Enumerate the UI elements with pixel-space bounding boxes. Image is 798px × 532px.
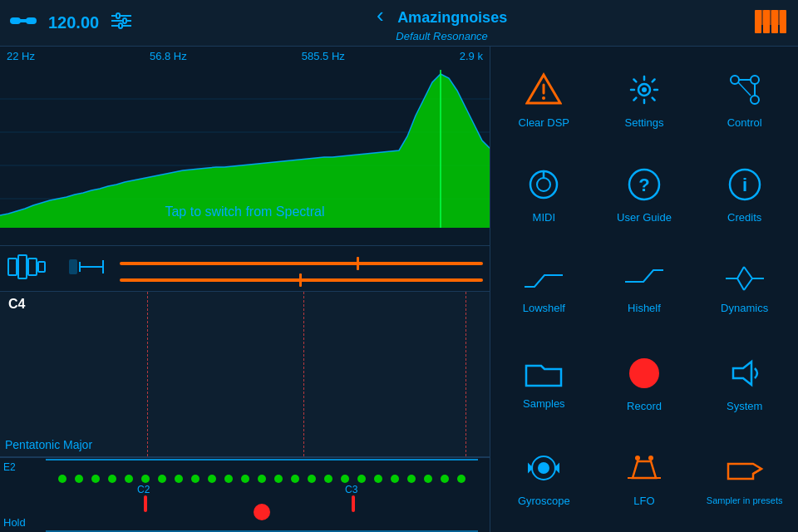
svg-rect-24 (18, 255, 27, 278)
svg-point-76 (537, 178, 550, 191)
question-icon: ? (626, 166, 663, 206)
waveform-svg (0, 66, 490, 228)
scale-label: Pentatonic Major (5, 438, 92, 451)
midi-label: MIDI (533, 211, 555, 224)
svg-point-36 (108, 475, 116, 483)
sliders-icon[interactable] (111, 12, 132, 33)
dynamics-label: Dynamics (721, 302, 768, 314)
control-button[interactable]: Control (694, 53, 795, 148)
clear-dsp-button[interactable]: Clear DSP (494, 53, 594, 148)
settings-label: Settings (625, 116, 664, 129)
lowshelf-icon (523, 264, 564, 297)
hishelf-label: Hishelf (628, 302, 661, 314)
app-title: Amazingnoises (397, 9, 507, 26)
svg-point-71 (751, 96, 759, 104)
svg-point-66 (542, 96, 545, 100)
svg-line-86 (737, 278, 744, 290)
svg-line-97 (753, 469, 761, 474)
sampler-in-presets-button[interactable]: Sampler in presets (694, 431, 795, 525)
svg-point-46 (274, 475, 283, 483)
info-icon: i (727, 166, 763, 206)
svg-point-50 (341, 475, 349, 483)
gyroscope-icon (525, 450, 562, 490)
svg-rect-2 (18, 19, 28, 22)
credits-button[interactable]: i Credits (694, 148, 795, 243)
slider-2[interactable] (120, 278, 483, 282)
keyboard-area[interactable]: E2 Hold (0, 457, 490, 532)
speaker-icon (727, 355, 763, 395)
svg-point-55 (424, 475, 432, 483)
header-right (751, 3, 788, 43)
waveform-icon-1[interactable] (7, 252, 47, 285)
svg-point-56 (441, 475, 449, 483)
svg-point-54 (407, 475, 416, 483)
svg-point-39 (158, 475, 166, 483)
svg-point-38 (141, 475, 150, 483)
piano-icon[interactable] (751, 3, 788, 43)
samples-button[interactable]: Samples (494, 337, 594, 431)
svg-point-95 (635, 456, 640, 461)
svg-rect-15 (776, 10, 781, 25)
knob-icon (525, 166, 562, 206)
record-icon (626, 355, 663, 395)
piano-roll-header: C4 (0, 292, 490, 317)
slider-1[interactable] (120, 262, 483, 265)
dynamics-button[interactable]: Dynamics (694, 242, 795, 337)
control-label: Control (727, 116, 762, 129)
lfo-label: LFO (633, 495, 654, 507)
settings-button[interactable]: Settings (594, 53, 695, 148)
svg-rect-26 (38, 262, 45, 272)
svg-point-51 (357, 475, 366, 483)
header-center: ‹ Amazingnoises Default Resonance (377, 2, 507, 43)
svg-point-47 (291, 475, 299, 483)
svg-point-68 (642, 87, 647, 92)
freq-label-4: 2.9 k (460, 50, 483, 62)
hishelf-button[interactable]: Hishelf (594, 242, 695, 337)
svg-point-43 (224, 475, 233, 483)
gyroscope-button[interactable]: Gyroscope (494, 431, 594, 525)
piano-roll[interactable]: C4 Pentatonic Major (0, 292, 490, 457)
svg-point-33 (58, 475, 66, 483)
header-left: 120.00 (10, 12, 132, 35)
waveform-icon-2[interactable] (66, 252, 106, 285)
warning-icon (525, 71, 562, 111)
dynamics-icon (724, 264, 766, 297)
hold-label: Hold (0, 516, 29, 529)
slider-group (120, 255, 483, 282)
svg-point-70 (751, 76, 759, 84)
svg-marker-93 (633, 461, 656, 478)
sampler-in-presets-label: Sampler in presets (707, 495, 783, 505)
spectrum-analyzer[interactable]: 22 Hz 56.8 Hz 585.5 Hz 2.9 k (0, 47, 490, 246)
svg-rect-12 (780, 10, 786, 33)
svg-point-35 (91, 475, 100, 483)
user-guide-label: User Guide (617, 211, 672, 224)
header: 120.00 ‹ Amazingnoises Default Resonance (0, 0, 798, 47)
record-button[interactable]: Record (594, 337, 695, 431)
svg-point-40 (175, 475, 183, 483)
system-button[interactable]: System (694, 337, 795, 431)
svg-rect-8 (119, 23, 122, 28)
svg-point-48 (308, 475, 316, 483)
back-arrow-icon[interactable]: ‹ (377, 2, 384, 27)
svg-rect-61 (352, 495, 355, 512)
svg-rect-58 (144, 495, 147, 512)
spectral-tap-text[interactable]: Tap to switch from Spectral (0, 204, 490, 219)
lowshelf-button[interactable]: Lowshelf (494, 242, 594, 337)
hishelf-icon (623, 264, 665, 297)
user-guide-button[interactable]: ? User Guide (594, 148, 695, 243)
key-e2-label: E2 (0, 461, 19, 473)
note-label: C4 (8, 297, 25, 312)
lfo-button[interactable]: LFO (594, 431, 695, 525)
link-icon[interactable] (10, 12, 37, 35)
controls-bar (0, 246, 490, 292)
svg-point-90 (539, 463, 549, 473)
svg-point-34 (75, 475, 83, 483)
svg-rect-13 (759, 10, 764, 25)
svg-point-88 (629, 358, 659, 388)
spectrum-area: Tap to switch from Spectral (0, 66, 490, 228)
key-marks-container: C2 C3 (46, 458, 490, 532)
sampler-icon (725, 451, 765, 490)
gyroscope-label: Gyroscope (518, 495, 570, 507)
midi-button[interactable]: MIDI (494, 148, 594, 243)
svg-marker-89 (733, 362, 751, 385)
